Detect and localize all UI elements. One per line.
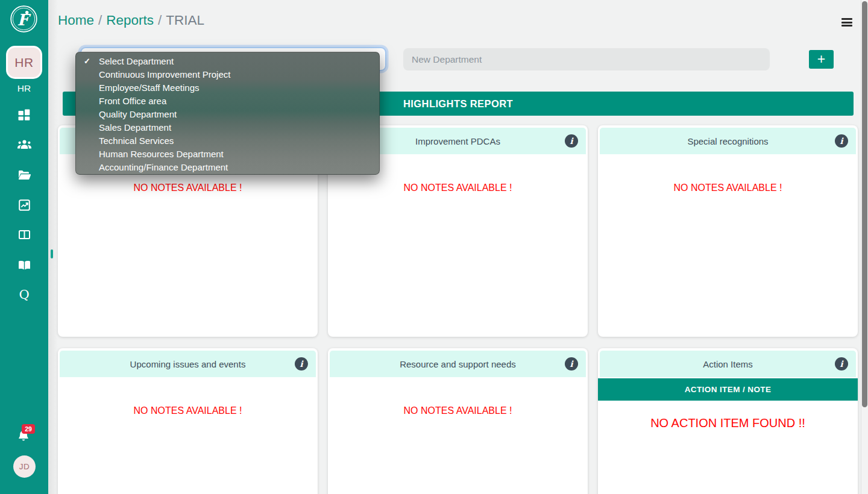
dropdown-option-select-department[interactable]: ✓ Select Department (76, 55, 379, 68)
department-dropdown-menu: ✓ Select Department Continuous Improveme… (75, 52, 380, 175)
folder-open-icon (18, 170, 31, 180)
card-header: Action Items (600, 351, 856, 377)
columns-icon (19, 230, 30, 239)
card-title: Special recognitions (687, 136, 768, 146)
checkmark-icon: ✓ (84, 55, 90, 68)
scrollbar-thumb[interactable] (862, 1, 867, 407)
info-icon[interactable] (565, 134, 578, 148)
sidebar: F HR HR (0, 0, 48, 494)
card-body: NO NOTES AVAILABLE ! (330, 377, 586, 416)
user-avatar[interactable]: JD (13, 455, 36, 478)
info-icon[interactable] (835, 357, 848, 370)
notifications-button[interactable]: 29 (19, 424, 37, 443)
breadcrumb-separator: / (98, 13, 102, 28)
svg-text:F: F (17, 11, 31, 29)
workspace-label: HR (0, 83, 48, 94)
breadcrumb-current-page: TRIAL (166, 13, 204, 28)
sidebar-item-files[interactable] (0, 170, 48, 180)
plus-icon: + (817, 51, 825, 67)
empty-action-items-message: NO ACTION ITEM FOUND !! (650, 416, 805, 430)
dropdown-option-quality-department[interactable]: Quality Department (76, 108, 379, 121)
card-body: NO ACTION ITEM FOUND !! (600, 401, 856, 430)
dropdown-option-continuous-improvement[interactable]: Continuous Improvement Project (76, 68, 379, 81)
hamburger-icon (841, 18, 852, 20)
card-body: NO NOTES AVAILABLE ! (60, 377, 316, 416)
workspace-tile-text: HR (14, 55, 33, 70)
dashboard-icon (18, 109, 30, 120)
sidebar-item-boards[interactable] (0, 230, 48, 239)
dropdown-option-sales-department[interactable]: Sales Department (76, 121, 379, 134)
card-resource-needs: Resource and support needs NO NOTES AVAI… (328, 348, 588, 494)
card-upcoming-issues: Upcoming issues and events NO NOTES AVAI… (58, 348, 318, 494)
user-initials: JD (19, 462, 30, 471)
sidebar-item-dashboard[interactable] (0, 109, 48, 120)
card-title: Action Items (703, 359, 753, 369)
card-header: Upcoming issues and events (60, 351, 316, 377)
dropdown-option-technical-services[interactable]: Technical Services (76, 134, 379, 148)
chart-line-icon (19, 199, 30, 211)
sidebar-item-users[interactable] (0, 139, 48, 149)
action-bar-label: ACTION ITEM / NOTE (685, 385, 772, 394)
sidebar-shadow (48, 0, 58, 494)
breadcrumb-separator: / (158, 13, 162, 28)
new-department-input[interactable] (403, 48, 770, 70)
dropdown-option-front-office-area[interactable]: Front Office area (76, 95, 379, 108)
card-title: Upcoming issues and events (130, 359, 246, 369)
q-icon (19, 289, 29, 301)
breadcrumb: Home/Reports/TRIAL (58, 13, 204, 28)
sidebar-item-reports[interactable] (0, 199, 48, 211)
notification-badge: 29 (22, 424, 35, 434)
card-title: Improvement PDCAs (415, 136, 500, 146)
menu-toggle-button[interactable] (841, 18, 853, 28)
info-icon[interactable] (835, 134, 848, 148)
card-header: Resource and support needs (330, 351, 586, 377)
brand-logo[interactable]: F (10, 5, 38, 33)
dropdown-option-accounting-finance[interactable]: Accounting/Finance Department (76, 161, 379, 174)
book-open-icon (18, 260, 31, 270)
info-icon[interactable] (295, 357, 308, 370)
breadcrumb-home-link[interactable]: Home (58, 13, 94, 28)
scroll-indicator-dash (51, 249, 53, 258)
empty-notes-message: NO NOTES AVAILABLE ! (404, 183, 512, 193)
users-icon (17, 139, 31, 149)
card-action-items: Action Items ACTION ITEM / NOTE NO ACTIO… (598, 348, 858, 494)
sidebar-item-quality[interactable] (0, 289, 48, 301)
empty-notes-message: NO NOTES AVAILABLE ! (674, 183, 782, 193)
add-department-button[interactable]: + (809, 50, 834, 69)
action-item-column-header: ACTION ITEM / NOTE (598, 378, 858, 401)
empty-notes-message: NO NOTES AVAILABLE ! (134, 405, 242, 416)
empty-notes-message: NO NOTES AVAILABLE ! (404, 405, 512, 416)
card-title: Resource and support needs (400, 359, 516, 369)
card-header: Special recognitions (600, 128, 856, 154)
banner-title: HIGHLIGHTS REPORT (403, 98, 513, 110)
card-body: NO NOTES AVAILABLE ! (600, 154, 856, 193)
card-special-recognitions: Special recognitions NO NOTES AVAILABLE … (598, 125, 858, 337)
dropdown-option-human-resources[interactable]: Human Resources Department (76, 148, 379, 161)
sidebar-item-library[interactable] (0, 260, 48, 270)
info-icon[interactable] (565, 357, 578, 370)
workspace-tile[interactable]: HR (6, 46, 42, 79)
breadcrumb-reports-link[interactable]: Reports (106, 13, 154, 28)
dropdown-option-employee-staff-meetings[interactable]: Employee/Staff Meetings (76, 81, 379, 95)
empty-notes-message: NO NOTES AVAILABLE ! (134, 183, 242, 193)
